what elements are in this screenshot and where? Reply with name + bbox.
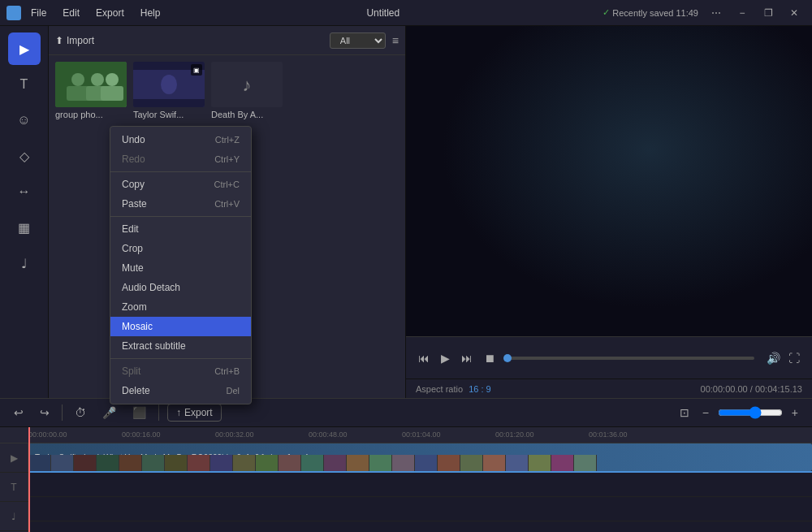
timer-button[interactable]: ⏱ xyxy=(71,404,90,422)
ctx-undo-label: Undo xyxy=(122,134,145,145)
ctx-delete[interactable]: Delete Del xyxy=(110,381,251,400)
video-clip[interactable]: Taylor Swift - Look What You Made Me Do_… xyxy=(28,443,812,471)
playhead[interactable] xyxy=(28,427,30,532)
ctx-crop[interactable]: Crop xyxy=(110,239,251,258)
track-icon-audio: ♩ xyxy=(0,502,28,531)
ctx-mosaic-label: Mosaic xyxy=(122,321,153,332)
list-view-icon[interactable]: ≡ xyxy=(392,34,399,47)
frame-3 xyxy=(74,455,97,471)
ctx-zoom[interactable]: Zoom xyxy=(110,297,251,317)
fast-forward-button[interactable]: ⏭ xyxy=(459,349,475,367)
sidebar-item-filter[interactable]: ▦ xyxy=(8,211,41,244)
filmstrip xyxy=(28,455,812,471)
rewind-button[interactable]: ⏮ xyxy=(416,349,432,367)
frame-15 xyxy=(347,455,369,471)
ctx-paste-shortcut: Ctrl+V xyxy=(214,199,240,209)
ruler-mark-6: 00:01:36.00 xyxy=(589,430,628,439)
menu-export[interactable]: Export xyxy=(93,6,127,20)
ctx-paste[interactable]: Paste Ctrl+V xyxy=(110,194,251,214)
check-icon: ✓ xyxy=(603,7,610,18)
frame-12 xyxy=(279,455,301,471)
zoom-slider[interactable] xyxy=(718,406,783,419)
progress-bar[interactable] xyxy=(508,357,754,360)
sidebar-item-text[interactable]: T xyxy=(8,68,41,101)
svg-text:♪: ♪ xyxy=(243,75,252,95)
video-track-content[interactable]: Taylor Swift - Look What You Made Me Do_… xyxy=(28,443,812,471)
sidebar-item-effects[interactable]: ◇ xyxy=(8,140,41,172)
aspect-ratio-value: 16 : 9 xyxy=(469,384,491,394)
frame-19 xyxy=(438,455,460,471)
ruler-mark-1: 00:00:16.00 xyxy=(122,430,161,439)
ruler-mark-3: 00:00:48.00 xyxy=(309,430,348,439)
frame-24 xyxy=(551,455,574,471)
preview-video xyxy=(406,26,812,336)
sidebar-item-media[interactable]: ▶ xyxy=(8,32,41,65)
frame-14 xyxy=(324,455,347,471)
mic-button[interactable]: 🎤 xyxy=(98,404,120,422)
zoom-fit-button[interactable]: ⊡ xyxy=(676,404,693,422)
preview-info: Aspect ratio 16 : 9 00:00:00.00 / 00:04:… xyxy=(406,378,812,398)
timeline-ruler: 00:00:00.00 00:00:16.00 00:00:32.00 00:0… xyxy=(0,427,812,443)
progress-dot xyxy=(503,354,512,362)
ctx-edit[interactable]: Edit xyxy=(110,219,251,239)
ctx-copy[interactable]: Copy Ctrl+C xyxy=(110,175,251,194)
ctx-mute[interactable]: Mute xyxy=(110,258,251,278)
volume-icon[interactable]: 🔊 xyxy=(764,349,783,367)
stop-button[interactable]: ⏹ xyxy=(482,349,498,367)
menu-file[interactable]: File xyxy=(28,6,50,20)
minimize-button[interactable]: − xyxy=(731,5,754,21)
ruler-mark-2: 00:00:32.00 xyxy=(215,430,254,439)
media-thumb-group-photo xyxy=(55,62,127,107)
timeline-left-col: ▶ T ♩ ⬛ xyxy=(0,443,28,532)
media-filter-select[interactable]: All Video Audio Image xyxy=(330,32,386,49)
ctx-undo[interactable]: Undo Ctrl+Z xyxy=(110,130,251,149)
ctx-extract-subtitle[interactable]: Extract subtitle xyxy=(110,336,251,356)
sidebar-item-audio[interactable]: ♩ xyxy=(8,247,41,279)
ctx-zoom-label: Zoom xyxy=(122,301,147,313)
frame-13 xyxy=(301,455,324,471)
menu-edit[interactable]: Edit xyxy=(59,6,83,20)
zoom-out-button[interactable]: − xyxy=(698,404,713,422)
sidebar-item-transition[interactable]: ↔ xyxy=(8,175,41,208)
app-icon xyxy=(6,6,21,20)
fullscreen-button[interactable]: ⛶ xyxy=(786,349,802,367)
titlebar: File Edit Export Help Untitled ✓ Recentl… xyxy=(0,0,812,26)
ctx-split: Split Ctrl+B xyxy=(110,361,251,381)
import-button[interactable]: ⬆ Import xyxy=(55,35,94,46)
play-button[interactable]: ▶ xyxy=(438,349,452,367)
ctx-audio-detach[interactable]: Audio Detach xyxy=(110,278,251,297)
svg-point-3 xyxy=(91,73,104,86)
more-options-button[interactable]: ⋯ xyxy=(705,5,728,21)
menu-help[interactable]: Help xyxy=(137,6,164,20)
frame-10 xyxy=(233,455,256,471)
volume-area: 🔊 ⛶ xyxy=(764,349,802,367)
ctx-mosaic[interactable]: Mosaic xyxy=(110,317,251,336)
toolbar-separator-2 xyxy=(158,404,159,421)
frame-1 xyxy=(28,455,51,471)
subtitle-button[interactable]: ⬛ xyxy=(128,404,150,422)
zoom-in-button[interactable]: + xyxy=(788,404,802,422)
svg-point-9 xyxy=(161,75,177,94)
audio-track xyxy=(28,497,812,521)
ctx-redo: Redo Ctrl+Y xyxy=(110,149,251,169)
window-title: Untitled xyxy=(163,7,603,19)
close-button[interactable]: ✕ xyxy=(783,5,806,21)
window-controls: ⋯ − ❐ ✕ xyxy=(705,5,806,21)
sidebar-item-sticker[interactable]: ☺ xyxy=(8,104,41,136)
ctx-split-label: Split xyxy=(122,365,140,377)
undo-button[interactable]: ↩ xyxy=(10,404,28,422)
frame-2 xyxy=(51,455,74,471)
ctx-edit-label: Edit xyxy=(122,223,139,235)
maximize-button[interactable]: ❐ xyxy=(757,5,780,21)
frame-23 xyxy=(529,455,551,471)
ruler-mark-5: 00:01:20.00 xyxy=(495,430,534,439)
media-toolbar: ⬆ Import All Video Audio Image ≡ xyxy=(49,26,405,55)
frame-11 xyxy=(256,455,279,471)
redo-button[interactable]: ↪ xyxy=(36,404,54,422)
preview-controls: ⏮ ▶ ⏭ ⏹ 🔊 ⛶ xyxy=(406,336,812,378)
media-label-group-photo: group pho... xyxy=(55,110,127,119)
menu-bar: File Edit Export Help xyxy=(28,6,163,20)
export-button[interactable]: ↑ Export xyxy=(167,404,222,422)
media-thumb-death-by-a: ♪ xyxy=(211,62,283,107)
ruler-mark-4: 00:01:04.00 xyxy=(402,430,441,439)
